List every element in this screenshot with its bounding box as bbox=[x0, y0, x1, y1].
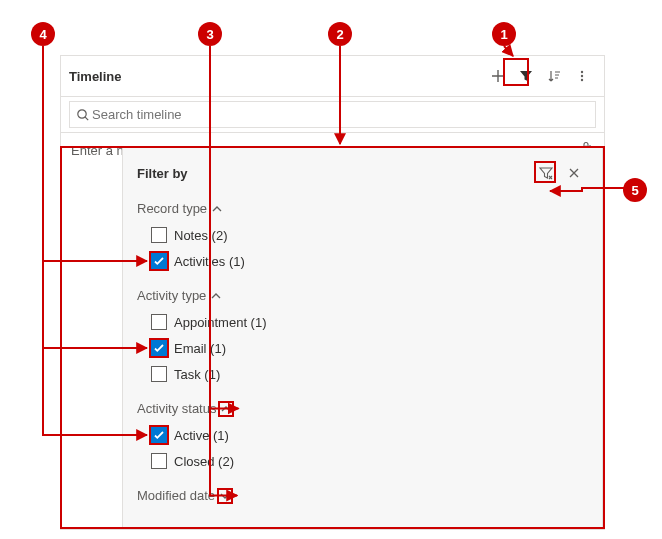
checkbox[interactable] bbox=[151, 340, 167, 356]
option-label: Notes (2) bbox=[174, 228, 227, 243]
checkbox[interactable] bbox=[151, 253, 167, 269]
search-icon bbox=[76, 108, 90, 122]
filter-option[interactable]: Activities (1) bbox=[137, 248, 588, 274]
timeline-title: Timeline bbox=[69, 69, 122, 84]
filter-icon[interactable] bbox=[512, 62, 540, 90]
chevron-down-icon[interactable] bbox=[219, 490, 231, 502]
filter-option[interactable]: Task (1) bbox=[137, 361, 588, 387]
filter-option[interactable]: Appointment (1) bbox=[137, 309, 588, 335]
filter-option[interactable]: Email (1) bbox=[137, 335, 588, 361]
search-input[interactable] bbox=[90, 106, 589, 123]
filter-option[interactable]: Active (1) bbox=[137, 422, 588, 448]
clear-filter-icon[interactable] bbox=[532, 159, 560, 187]
timeline-card: Timeline Enter a note... Filter by bbox=[60, 55, 605, 530]
option-label: Closed (2) bbox=[174, 454, 234, 469]
option-label: Task (1) bbox=[174, 367, 220, 382]
chevron-up-icon[interactable] bbox=[210, 290, 222, 302]
filter-panel-title: Filter by bbox=[137, 166, 188, 181]
section-3[interactable]: Modified date bbox=[137, 488, 588, 503]
callout-1: 1 bbox=[492, 22, 516, 46]
callout-2: 2 bbox=[328, 22, 352, 46]
search-row bbox=[61, 97, 604, 133]
more-icon[interactable] bbox=[568, 62, 596, 90]
section-2[interactable]: Activity status bbox=[137, 401, 588, 416]
callout-4: 4 bbox=[31, 22, 55, 46]
svg-point-1 bbox=[581, 75, 583, 77]
checkbox[interactable] bbox=[151, 453, 167, 469]
checkbox[interactable] bbox=[151, 227, 167, 243]
timeline-header: Timeline bbox=[61, 56, 604, 97]
checkbox[interactable] bbox=[151, 427, 167, 443]
svg-point-0 bbox=[581, 71, 583, 73]
checkbox[interactable] bbox=[151, 314, 167, 330]
section-label: Modified date bbox=[137, 488, 215, 503]
section-0[interactable]: Record type bbox=[137, 201, 588, 216]
add-icon[interactable] bbox=[484, 62, 512, 90]
filter-option[interactable]: Closed (2) bbox=[137, 448, 588, 474]
checkbox[interactable] bbox=[151, 366, 167, 382]
section-1[interactable]: Activity type bbox=[137, 288, 588, 303]
callout-3: 3 bbox=[198, 22, 222, 46]
option-label: Activities (1) bbox=[174, 254, 245, 269]
option-label: Active (1) bbox=[174, 428, 229, 443]
section-label: Record type bbox=[137, 201, 207, 216]
filter-option[interactable]: Notes (2) bbox=[137, 222, 588, 248]
section-label: Activity status bbox=[137, 401, 216, 416]
svg-point-2 bbox=[581, 79, 583, 81]
option-label: Email (1) bbox=[174, 341, 226, 356]
svg-point-3 bbox=[78, 109, 86, 117]
filter-panel-header: Filter by bbox=[137, 159, 588, 187]
chevron-up-icon[interactable] bbox=[220, 403, 232, 415]
filter-panel: Filter by Record typeNotes (2)Activities… bbox=[122, 146, 603, 528]
search-input-wrap[interactable] bbox=[69, 101, 596, 128]
close-icon[interactable] bbox=[560, 159, 588, 187]
section-label: Activity type bbox=[137, 288, 206, 303]
chevron-up-icon[interactable] bbox=[211, 203, 223, 215]
option-label: Appointment (1) bbox=[174, 315, 267, 330]
sort-icon[interactable] bbox=[540, 62, 568, 90]
callout-5: 5 bbox=[623, 178, 647, 202]
